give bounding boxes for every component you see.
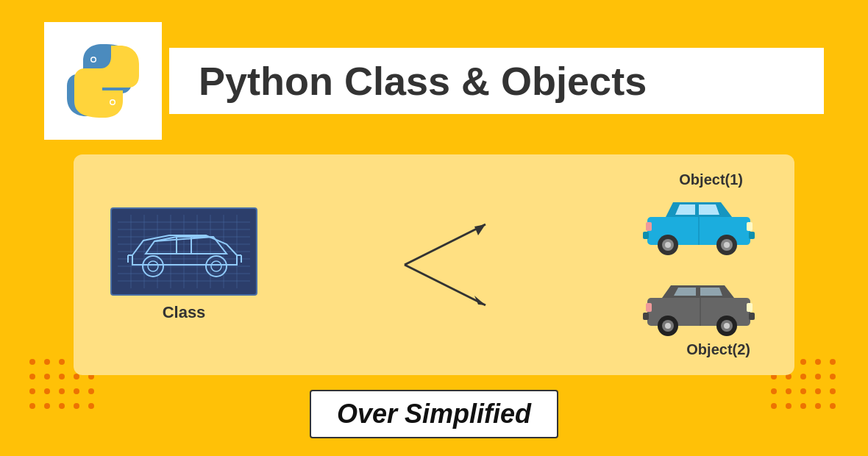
svg-line-34 <box>405 224 485 265</box>
blueprint-car-icon <box>118 215 250 288</box>
svg-point-41 <box>665 242 671 248</box>
class-container: Class <box>110 207 257 322</box>
svg-rect-46 <box>646 222 652 231</box>
python-logo-icon <box>63 40 143 121</box>
brand-text-box: Over Simplified <box>310 390 558 438</box>
header: Python Class & Objects <box>0 0 868 154</box>
object2-label: Object(2) <box>686 341 758 358</box>
page-title: Python Class & Objects <box>199 58 647 104</box>
title-box: Python Class & Objects <box>169 48 824 114</box>
arrow-container <box>383 191 515 338</box>
diagram-box: Class Object(1) <box>74 154 794 375</box>
svg-rect-48 <box>749 232 755 239</box>
class-label: Class <box>163 303 206 322</box>
svg-rect-61 <box>643 313 649 320</box>
svg-point-1 <box>92 58 96 62</box>
objects-container: Object(1) <box>640 171 758 358</box>
svg-rect-57 <box>747 303 753 312</box>
svg-rect-58 <box>646 303 652 312</box>
arrows-icon <box>390 199 508 331</box>
svg-point-53 <box>665 323 671 329</box>
svg-rect-45 <box>747 222 753 231</box>
svg-line-36 <box>405 265 485 305</box>
brand-box: Over Simplified <box>0 390 868 438</box>
object2-item: Object(2) <box>640 272 758 358</box>
svg-rect-49 <box>643 232 649 239</box>
object2-car-icon <box>640 272 758 338</box>
blueprint-box <box>110 207 257 296</box>
svg-rect-60 <box>749 313 755 320</box>
brand-text: Over Simplified <box>337 399 531 429</box>
object1-car-icon <box>640 191 758 257</box>
svg-point-44 <box>724 242 730 248</box>
object1-item: Object(1) <box>640 171 758 257</box>
svg-point-3 <box>111 101 115 104</box>
svg-marker-35 <box>474 224 485 235</box>
svg-point-56 <box>724 323 730 329</box>
python-logo-box <box>44 22 162 140</box>
object1-label: Object(1) <box>679 171 758 188</box>
